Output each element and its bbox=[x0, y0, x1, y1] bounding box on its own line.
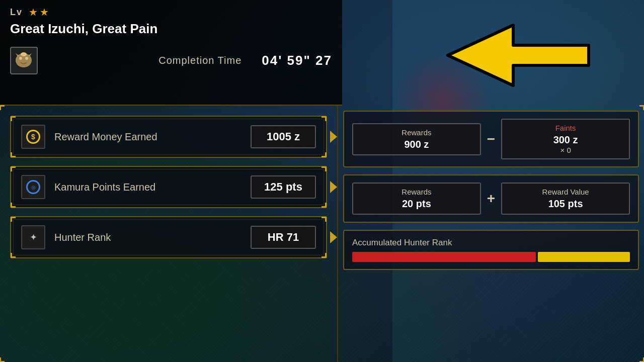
accumulated-title: Accumulated Hunter Rank bbox=[352, 238, 630, 248]
money-value: 1005 z bbox=[267, 130, 300, 143]
kamura-connector-arrow bbox=[330, 181, 337, 193]
star-1: ★ bbox=[29, 6, 38, 18]
lv-row: Lv ★ ★ bbox=[0, 0, 342, 21]
star-2: ★ bbox=[40, 6, 49, 18]
money-icon: $ bbox=[21, 125, 45, 149]
faints-multiplier: × 0 bbox=[510, 146, 621, 154]
faints-sub: 300 z bbox=[510, 134, 621, 146]
main-content: $ Reward Money Earned 1005 z ◎ Kamura Po… bbox=[0, 106, 644, 362]
faints-label: Faints bbox=[510, 124, 621, 132]
rewards-row-1: Rewards 900 z − Faints 300 z × 0 bbox=[352, 119, 630, 159]
reward-value-box: Reward Value 105 pts bbox=[501, 183, 630, 215]
completion-label: Completion Time bbox=[158, 55, 242, 66]
faints-box: Faints 300 z × 0 bbox=[501, 119, 630, 159]
hr-connector-arrow bbox=[330, 231, 337, 243]
rewards-box-2: Rewards 20 pts bbox=[352, 183, 481, 215]
right-panel: Rewards 900 z − Faints 300 z × 0 Rewards… bbox=[337, 106, 644, 362]
rewards-label-1: Rewards bbox=[361, 128, 472, 137]
arrow-container bbox=[443, 15, 604, 96]
kamura-value: 125 pts bbox=[264, 180, 302, 193]
rewards-label-2: Rewards bbox=[361, 188, 472, 196]
hr-label: Hunter Rank bbox=[54, 232, 242, 243]
top-section: Lv ★ ★ Great Izuchi, Great Pain Completi… bbox=[0, 0, 342, 106]
money-label: Reward Money Earned bbox=[54, 131, 242, 143]
svg-point-3 bbox=[21, 52, 27, 56]
rewards-row-2: Rewards 20 pts + Reward Value 105 pts bbox=[352, 183, 630, 215]
lv-label: Lv bbox=[10, 7, 23, 18]
rewards-value-2: 20 pts bbox=[361, 198, 472, 210]
operator-2: + bbox=[487, 191, 495, 207]
hr-bar-container bbox=[352, 252, 630, 262]
left-panel: $ Reward Money Earned 1005 z ◎ Kamura Po… bbox=[0, 106, 337, 362]
kamura-value-box: 125 pts bbox=[251, 175, 316, 199]
rewards-box-1: Rewards 900 z bbox=[352, 123, 481, 155]
money-connector-arrow bbox=[330, 131, 337, 143]
stars: ★ ★ bbox=[29, 6, 49, 18]
money-card: $ Reward Money Earned 1005 z bbox=[10, 116, 327, 158]
completion-time: 04' 59" 27 bbox=[262, 53, 332, 68]
rewards-value-1: 900 z bbox=[361, 139, 472, 150]
arrow-icon bbox=[443, 15, 604, 96]
rewards-section-1: Rewards 900 z − Faints 300 z × 0 bbox=[343, 111, 639, 167]
hr-value-box: HR 71 bbox=[251, 226, 316, 249]
rewards-section-2: Rewards 20 pts + Reward Value 105 pts bbox=[343, 174, 639, 223]
hr-icon: ✦ bbox=[21, 225, 45, 249]
svg-point-1 bbox=[19, 57, 22, 60]
kamura-card: ◎ Kamura Points Earned 125 pts bbox=[10, 166, 327, 208]
reward-value-label: Reward Value bbox=[510, 188, 621, 196]
hr-bar-red bbox=[352, 252, 536, 262]
monster-icon bbox=[10, 47, 38, 74]
reward-value-amount: 105 pts bbox=[510, 198, 621, 210]
kamura-label: Kamura Points Earned bbox=[54, 182, 242, 193]
quest-title: Great Izuchi, Great Pain bbox=[0, 21, 342, 43]
money-value-box: 1005 z bbox=[251, 125, 316, 148]
svg-marker-4 bbox=[448, 25, 589, 85]
hr-card: ✦ Hunter Rank HR 71 bbox=[10, 216, 327, 258]
hunter-rank-section: Accumulated Hunter Rank bbox=[343, 230, 639, 270]
operator-1: − bbox=[487, 131, 495, 147]
kamura-icon: ◎ bbox=[21, 175, 45, 199]
hr-bar-yellow bbox=[538, 252, 630, 262]
hr-value: HR 71 bbox=[268, 231, 299, 243]
svg-point-2 bbox=[25, 57, 28, 60]
completion-row: Completion Time 04' 59" 27 bbox=[0, 43, 342, 78]
